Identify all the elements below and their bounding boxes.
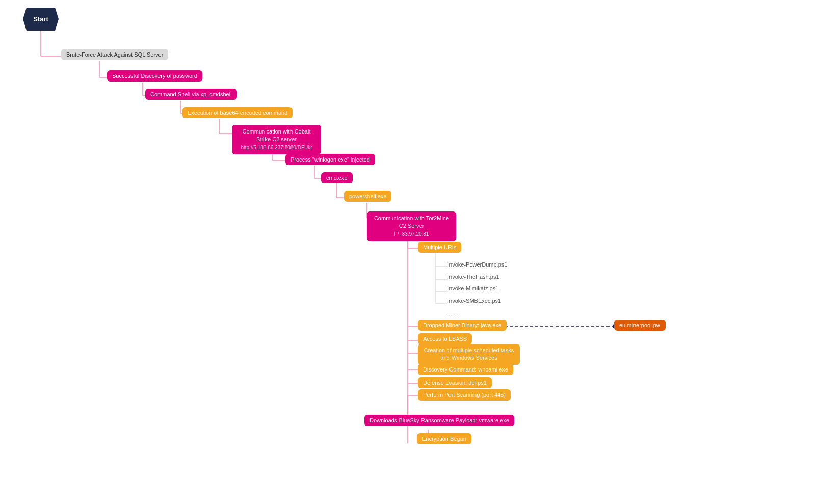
tor2mine-node: Communication with Tor2Mine C2 ServerIP:…: [367, 211, 456, 241]
bluesky-node: Downloads BlueSky Ransomware Payload: vm…: [364, 415, 514, 426]
defense-evasion-node: Defense Evasion: del.ps1: [418, 377, 492, 388]
discovery-cmd-node: Discovery Command: whoami.exe: [418, 364, 513, 375]
brute-force-node: Brute-Force Attack Against SQL Server: [61, 49, 168, 60]
invoke-thehash-label: Invoke-TheHash.ps1: [447, 274, 499, 280]
start-node: Start: [23, 8, 59, 31]
scheduled-tasks-node: Creation of multiple scheduled tasks and…: [418, 344, 520, 365]
invoke-mimikatz-label: Invoke-Mimikatz.ps1: [447, 285, 498, 291]
multiple-uris-node: Multiple URIs: [418, 242, 461, 253]
ellipsis-label: ........: [447, 309, 460, 315]
cobalt-strike-text: Communication with Cobalt Strike C2 serv…: [237, 128, 316, 151]
base64-node: Execution of base64 encoded command: [182, 107, 293, 118]
discovery-password-node: Successful Discovery of password: [107, 70, 202, 82]
cmd-node: cmd.exe: [321, 172, 353, 183]
access-lsass-node: Access to LSASS: [418, 333, 472, 344]
attack-flow-canvas: Start Brute-Force Attack Against SQL Ser…: [0, 0, 820, 504]
eu-minerpool-node: eu.minerpool.pw: [614, 320, 666, 331]
command-shell-node: Command Shell via xp_cmdshell: [145, 89, 237, 100]
tor2mine-text: Communication with Tor2Mine C2 ServerIP:…: [372, 215, 451, 238]
invoke-powerdump-label: Invoke-PowerDump.ps1: [447, 261, 507, 268]
dropped-miner-node: Dropped Miner Binary: java.exe: [418, 320, 507, 331]
winlogon-node: Process "winlogon.exe" injected: [285, 154, 375, 165]
powershell-node: powershell.exe: [344, 191, 391, 202]
encryption-node: Encryption Began: [417, 433, 471, 444]
invoke-smbexec-label: Invoke-SMBExec.ps1: [447, 298, 501, 304]
port-scanning-node: Perform Port Scanning (port 445): [418, 389, 511, 401]
cobalt-strike-node: Communication with Cobalt Strike C2 serv…: [232, 125, 321, 154]
